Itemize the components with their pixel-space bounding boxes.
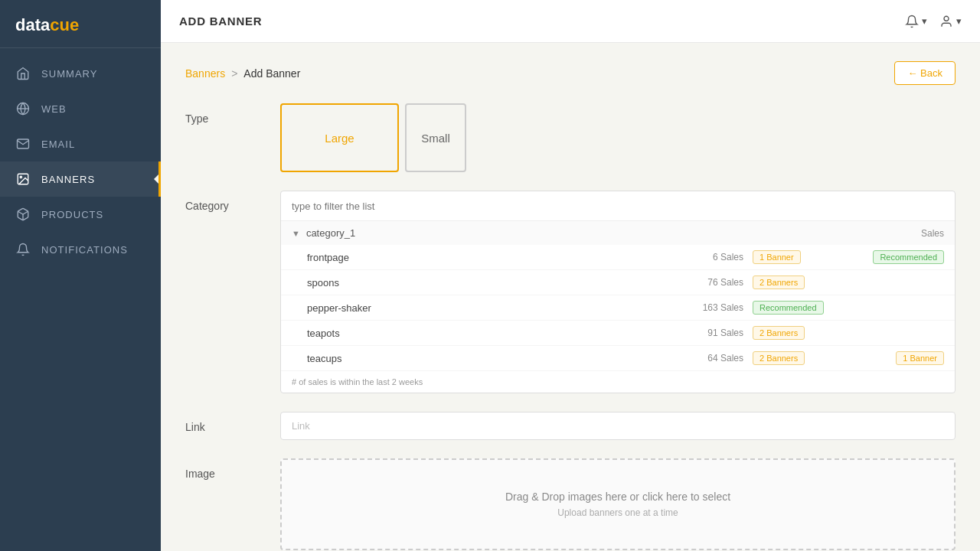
svg-point-5: [944, 16, 949, 21]
bell-icon: [15, 242, 31, 257]
category-item-name: pepper-shaker: [307, 302, 682, 314]
image-section: Image Drag & Drop images here or click h…: [185, 458, 956, 550]
topbar-actions: ▾ ▾: [905, 15, 962, 28]
category-item-right: 1 Banner: [844, 351, 944, 365]
breadcrumb-banners-link[interactable]: Banners: [185, 67, 225, 80]
mail-icon: [15, 136, 31, 152]
globe-icon: [15, 101, 31, 116]
breadcrumb-separator: >: [231, 67, 237, 80]
type-option-large[interactable]: Large: [280, 103, 399, 172]
sidebar-item-products[interactable]: PRODUCTS: [0, 197, 161, 232]
category-item-badges: Recommended: [753, 301, 844, 315]
category-group-header: ▼ category_1 Sales: [281, 221, 955, 245]
list-item[interactable]: spoons 76 Sales 2 Banners: [281, 270, 955, 295]
user-icon: [939, 15, 953, 28]
recommended-badge: Recommended: [753, 301, 824, 315]
logo[interactable]: datacue: [0, 0, 161, 48]
banner-count-badge-right: 1 Banner: [896, 351, 944, 365]
sidebar-nav: SUMMARY WEB EMAIL BANNERS: [0, 48, 161, 551]
logo-data: data: [15, 15, 50, 34]
image-label: Image: [185, 458, 262, 480]
list-item[interactable]: pepper-shaker 163 Sales Recommended: [281, 295, 955, 321]
category-item-name: frontpage: [307, 252, 682, 263]
category-label: Category: [185, 191, 262, 212]
link-label: Link: [185, 412, 262, 433]
image-icon: [15, 171, 31, 187]
category-item-name: spoons: [307, 277, 682, 289]
image-upload-sub-text: Upload banners one at a time: [557, 507, 678, 518]
sidebar-item-web[interactable]: WEB: [0, 91, 161, 126]
home-icon: [15, 66, 31, 81]
user-menu-button[interactable]: ▾: [939, 15, 962, 28]
category-section: Category ▼ category_1 Sales frontpage: [185, 191, 956, 393]
type-label: Type: [185, 103, 262, 125]
category-item-sales: 163 Sales: [682, 302, 743, 313]
category-item-sales: 76 Sales: [682, 277, 743, 288]
bell-icon: [905, 15, 919, 28]
box-icon: [15, 207, 31, 222]
sidebar-item-summary[interactable]: SUMMARY: [0, 56, 161, 91]
chevron-down-icon: ▾: [956, 15, 962, 27]
sidebar-item-banners[interactable]: BANNERS: [0, 161, 161, 197]
category-container: ▼ category_1 Sales frontpage 6 Sales 1 B…: [280, 191, 956, 393]
category-item-right: Recommended: [844, 250, 944, 264]
sidebar-item-email[interactable]: EMAIL: [0, 126, 161, 161]
sidebar-item-label: PRODUCTS: [41, 209, 103, 220]
category-item-badges: 2 Banners: [753, 276, 844, 289]
link-field: [280, 412, 956, 440]
sidebar-item-label: EMAIL: [41, 139, 75, 150]
active-indicator: [154, 171, 162, 187]
chevron-down-icon: ▾: [922, 15, 927, 27]
category-item-name: teapots: [307, 328, 682, 339]
banner-count-badge: 2 Banners: [753, 351, 805, 365]
category-item-badges: 2 Banners: [753, 326, 844, 340]
content-area: Banners > Add Banner ← Back Type Large S…: [161, 43, 980, 551]
type-options: Large Small: [280, 103, 956, 172]
banner-count-badge: 1 Banner: [753, 250, 801, 264]
collapse-arrow-icon: ▼: [292, 229, 300, 238]
sidebar-item-label: BANNERS: [41, 174, 95, 185]
sidebar-item-label: NOTIFICATIONS: [41, 244, 128, 256]
banner-count-badge: 2 Banners: [753, 276, 805, 289]
category-field: ▼ category_1 Sales frontpage 6 Sales 1 B…: [280, 191, 956, 393]
sidebar: datacue SUMMARY WEB EMAIL: [0, 0, 161, 551]
image-upload-area[interactable]: Drag & Drop images here or click here to…: [280, 458, 956, 550]
category-group-sales: Sales: [921, 228, 944, 239]
recommended-badge: Recommended: [873, 250, 944, 264]
sales-note: # of sales is within the last 2 weeks: [281, 371, 955, 393]
category-item-badges: 2 Banners: [753, 351, 844, 365]
type-section: Type Large Small: [185, 103, 956, 172]
category-item-sales: 64 Sales: [682, 353, 743, 364]
sidebar-item-label: SUMMARY: [41, 68, 98, 80]
main-area: ADD BANNER ▾ ▾ Banners > Add Banner ← Ba…: [161, 0, 980, 551]
category-item-sales: 91 Sales: [682, 328, 743, 338]
sidebar-item-label: WEB: [41, 103, 67, 115]
type-option-small[interactable]: Small: [405, 103, 466, 172]
image-upload-main-text: Drag & Drop images here or click here to…: [505, 491, 730, 503]
type-field: Large Small: [280, 103, 956, 172]
category-item-sales: 6 Sales: [682, 252, 743, 262]
list-item[interactable]: teacups 64 Sales 2 Banners 1 Banner: [281, 346, 955, 371]
link-input[interactable]: [280, 412, 956, 440]
sidebar-item-notifications[interactable]: NOTIFICATIONS: [0, 232, 161, 267]
list-item[interactable]: frontpage 6 Sales 1 Banner Recommended: [281, 245, 955, 270]
topbar: ADD BANNER ▾ ▾: [161, 0, 980, 43]
image-field: Drag & Drop images here or click here to…: [280, 458, 956, 550]
banner-count-badge: 2 Banners: [753, 326, 805, 340]
category-search-input[interactable]: [292, 201, 944, 212]
logo-cue: cue: [50, 15, 79, 34]
breadcrumb-current: Add Banner: [243, 67, 300, 80]
svg-point-3: [20, 176, 21, 178]
link-section: Link: [185, 412, 956, 440]
back-button[interactable]: ← Back: [894, 61, 956, 85]
category-item-name: teacups: [307, 353, 682, 364]
breadcrumb-row: Banners > Add Banner ← Back: [185, 61, 956, 85]
notifications-button[interactable]: ▾: [905, 15, 927, 28]
list-item[interactable]: teapots 91 Sales 2 Banners: [281, 321, 955, 346]
category-filter: [281, 191, 955, 221]
breadcrumb: Banners > Add Banner: [185, 67, 300, 80]
category-group-name: category_1: [306, 227, 355, 239]
page-title: ADD BANNER: [179, 15, 262, 28]
category-item-badges: 1 Banner: [753, 250, 844, 264]
